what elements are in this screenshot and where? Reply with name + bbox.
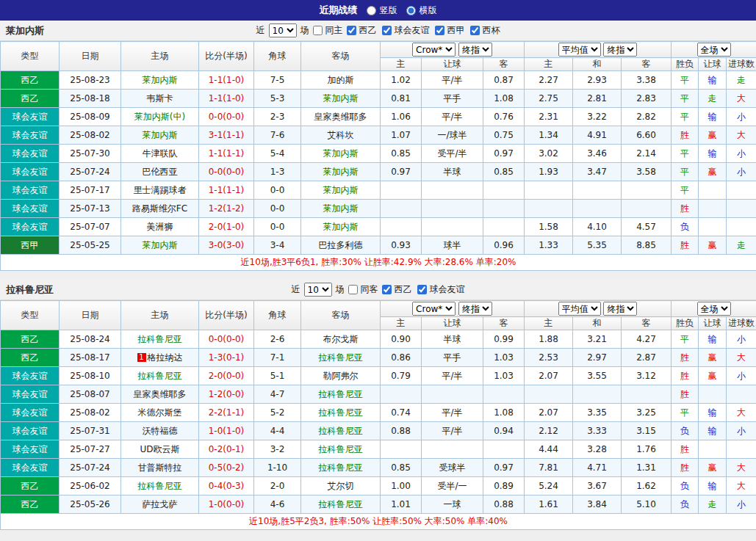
away-team[interactable]: 拉科鲁尼亚: [301, 385, 381, 404]
scope-select[interactable]: 全场: [697, 302, 731, 316]
league-filter-checkbox[interactable]: [470, 26, 480, 35]
match-score[interactable]: 1-0(1-0): [199, 422, 254, 440]
away-team[interactable]: 莱加内斯: [301, 181, 381, 200]
away-team[interactable]: 勒阿弗尔: [301, 367, 381, 385]
home-team[interactable]: 美洲狮: [121, 218, 199, 236]
odds-source-select[interactable]: Crow*: [412, 43, 456, 57]
home-team[interactable]: 拉科鲁尼亚: [121, 330, 199, 349]
odds-source-select[interactable]: Crow*: [412, 302, 456, 316]
handicap-result-cell: [699, 218, 727, 236]
match-score[interactable]: 2-0(0-0): [199, 367, 254, 385]
match-score[interactable]: 0-0(0-0): [199, 330, 254, 349]
avg-select[interactable]: 平均值: [558, 43, 601, 57]
away-team[interactable]: 布尔戈斯: [301, 330, 381, 349]
avg-select[interactable]: 平均值: [558, 302, 601, 316]
league-filter-checkbox[interactable]: [382, 26, 392, 35]
match-score[interactable]: 0-0(0-0): [199, 163, 254, 181]
home-team[interactable]: 拉科鲁尼亚: [121, 477, 199, 495]
away-team[interactable]: 拉科鲁尼亚: [301, 440, 381, 459]
odds-handicap: [422, 440, 483, 459]
avg-kind-select[interactable]: 终指: [603, 302, 637, 316]
league-filter-checkbox[interactable]: [435, 26, 444, 35]
same-venue-checkbox[interactable]: [348, 285, 358, 294]
league-filter-checkbox[interactable]: [382, 285, 392, 294]
home-team[interactable]: UD欧云斯: [121, 440, 199, 459]
away-team[interactable]: 艾科坎: [301, 126, 381, 145]
home-team[interactable]: 牛津联队: [121, 145, 199, 163]
home-team[interactable]: 甘普斯特拉: [121, 459, 199, 477]
home-team[interactable]: 里士满踢球者: [121, 181, 199, 200]
away-team[interactable]: 莱加内斯: [301, 163, 381, 181]
away-team[interactable]: 拉科鲁尼亚: [301, 422, 381, 440]
away-team[interactable]: 皇家奥维耶多: [301, 108, 381, 126]
away-team[interactable]: 拉科鲁尼亚: [301, 404, 381, 422]
home-team[interactable]: 米德尔斯堡: [121, 404, 199, 422]
match-score[interactable]: 2-0(1-0): [199, 218, 254, 236]
league-filter[interactable]: 西乙: [347, 24, 377, 37]
match-count-select[interactable]: 10: [304, 283, 332, 297]
odds-kind-select[interactable]: 终指: [458, 43, 492, 57]
match-count-select[interactable]: 10: [269, 23, 297, 37]
home-team[interactable]: 莱加内斯: [121, 236, 199, 255]
home-team[interactable]: 巴伦西亚: [121, 163, 199, 181]
away-team[interactable]: 莱加内斯: [301, 200, 381, 218]
horizontal-layout-radio[interactable]: [406, 6, 416, 15]
away-team[interactable]: 莱加内斯: [301, 218, 381, 236]
odds-away: 0.76: [483, 108, 525, 126]
league-filter-checkbox[interactable]: [417, 285, 427, 294]
away-team[interactable]: 拉科鲁尼亚: [301, 495, 381, 514]
same-venue-filter[interactable]: 同客: [348, 283, 378, 296]
match-score[interactable]: 1-2(0-0): [199, 385, 254, 404]
away-team[interactable]: 巴拉多利德: [301, 236, 381, 255]
away-team[interactable]: 艾尔切: [301, 477, 381, 495]
home-team[interactable]: 沃特福德: [121, 422, 199, 440]
match-score[interactable]: 3-1(1-1): [199, 126, 254, 145]
match-score[interactable]: 1-1(1-0): [199, 71, 254, 90]
odds-kind-select[interactable]: 终指: [458, 302, 492, 316]
scope-select[interactable]: 全场: [697, 43, 731, 57]
match-score[interactable]: 2-2(1-1): [199, 404, 254, 422]
vertical-layout-radio[interactable]: [367, 6, 376, 15]
avg-home: 2.53: [525, 349, 573, 367]
home-team[interactable]: 韦斯卡: [121, 90, 199, 108]
match-score[interactable]: 1-1(1-1): [199, 181, 254, 200]
corner-score: 4-6: [254, 495, 301, 514]
match-score[interactable]: 1-2(1-2): [199, 200, 254, 218]
goals-result-cell: 大: [727, 459, 756, 477]
match-score[interactable]: 1-1(1-1): [199, 145, 254, 163]
same-venue-filter[interactable]: 同主: [313, 24, 343, 37]
home-team[interactable]: 拉科鲁尼亚: [121, 367, 199, 385]
away-team[interactable]: 拉科鲁尼亚: [301, 459, 381, 477]
home-team[interactable]: 萨拉戈萨: [121, 495, 199, 514]
league-filter[interactable]: 西甲: [435, 24, 465, 37]
match-row: 球会友谊25-07-13路易斯维尔FC1-2(1-2)0-0莱加内斯胜: [1, 200, 756, 218]
layout-radio-horizontal[interactable]: 横版: [406, 4, 437, 17]
away-team[interactable]: 加的斯: [301, 71, 381, 90]
away-team[interactable]: 拉科鲁尼亚: [301, 349, 381, 367]
home-team[interactable]: 莱加内斯: [121, 126, 199, 145]
league-filter[interactable]: 西乙: [382, 283, 412, 296]
home-team[interactable]: 莱加内斯(中): [121, 108, 199, 126]
match-score[interactable]: 0-4(0-3): [199, 477, 254, 495]
avg-away: 2.14: [622, 145, 672, 163]
match-score[interactable]: 0-0(0-0): [199, 108, 254, 126]
avg-kind-select[interactable]: 终指: [603, 43, 637, 57]
home-team[interactable]: 1格拉纳达: [121, 349, 199, 367]
league-filter[interactable]: 西杯: [470, 24, 500, 37]
same-venue-checkbox[interactable]: [313, 26, 323, 35]
match-score[interactable]: 3-0(3-0): [199, 236, 254, 255]
league-filter[interactable]: 球会友谊: [417, 283, 465, 296]
match-score[interactable]: 1-0(0-0): [199, 495, 254, 514]
away-team[interactable]: 莱加内斯: [301, 145, 381, 163]
layout-radio-vertical[interactable]: 竖版: [367, 4, 397, 17]
match-score[interactable]: 0-2(0-1): [199, 440, 254, 459]
match-score[interactable]: 1-1(1-0): [199, 90, 254, 108]
home-team[interactable]: 莱加内斯: [121, 71, 199, 90]
league-filter[interactable]: 球会友谊: [382, 24, 430, 37]
match-score[interactable]: 1-3(0-1): [199, 349, 254, 367]
home-team[interactable]: 皇家奥维耶多: [121, 385, 199, 404]
home-team[interactable]: 路易斯维尔FC: [121, 200, 199, 218]
match-score[interactable]: 0-5(0-2): [199, 459, 254, 477]
league-filter-checkbox[interactable]: [347, 26, 356, 35]
away-team[interactable]: 莱加内斯: [301, 90, 381, 108]
